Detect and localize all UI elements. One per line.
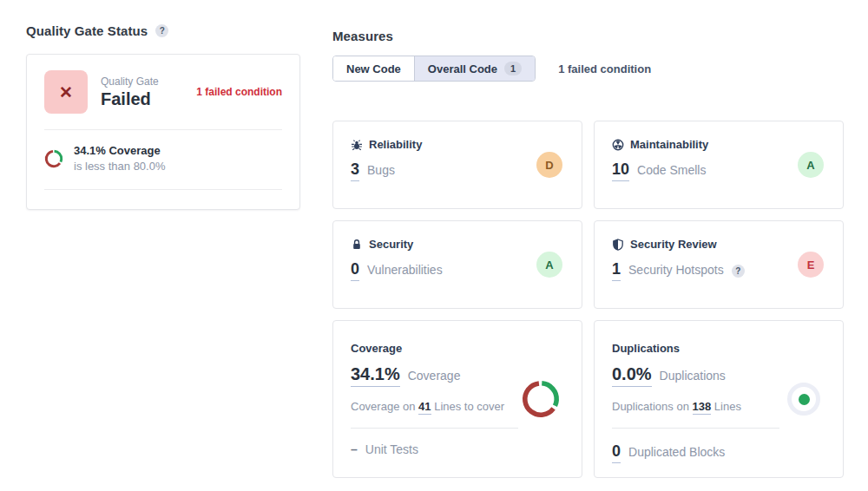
vulnerabilities-count-link[interactable]: 0 bbox=[351, 260, 359, 281]
failed-condition-count: 1 failed condition bbox=[196, 86, 282, 98]
coverage-label: Coverage bbox=[408, 369, 461, 383]
overall-code-count-badge: 1 bbox=[504, 62, 522, 75]
maintainability-rating-badge[interactable]: A bbox=[798, 152, 824, 178]
duplications-title: Duplications bbox=[612, 342, 680, 355]
reliability-title: Reliability bbox=[369, 138, 422, 151]
coverage-detail-prefix: Coverage on bbox=[351, 400, 415, 413]
lines-to-cover-link[interactable]: 41 bbox=[418, 400, 431, 415]
code-smells-count-link[interactable]: 10 bbox=[612, 160, 629, 181]
quality-gate-label: Quality Gate bbox=[101, 75, 159, 88]
duplication-lines-link[interactable]: 138 bbox=[693, 400, 712, 415]
quality-gate-status-value: Failed bbox=[101, 89, 159, 109]
coverage-percent-link[interactable]: 34.1% bbox=[351, 364, 400, 387]
measures-grid: Reliability 3 Bugs D bbox=[332, 121, 845, 478]
security-card: Security 0 Vulnerabilities A bbox=[332, 220, 582, 309]
duplications-label: Duplications bbox=[660, 369, 726, 383]
divider bbox=[44, 129, 282, 130]
duplications-detail-suffix: Lines bbox=[714, 400, 741, 413]
reliability-card: Reliability 3 Bugs D bbox=[332, 121, 582, 209]
bugs-label: Bugs bbox=[367, 163, 395, 177]
code-scope-tabs: New Code Overall Code 1 bbox=[332, 56, 536, 82]
failed-x-icon: ✕ bbox=[44, 70, 88, 114]
measures-panel: Measures New Code Overall Code 1 1 faile… bbox=[332, 29, 845, 478]
duplicated-blocks-count-link[interactable]: 0 bbox=[612, 442, 621, 463]
bugs-count-link[interactable]: 3 bbox=[351, 160, 359, 181]
divider bbox=[44, 189, 282, 190]
divider bbox=[351, 428, 518, 429]
divider bbox=[612, 428, 779, 429]
duplicated-blocks-label: Duplicated Blocks bbox=[628, 445, 725, 459]
security-title: Security bbox=[369, 238, 413, 251]
tab-overall-code[interactable]: Overall Code 1 bbox=[414, 56, 535, 81]
quality-gate-panel: Quality Gate Status ? ✕ Quality Gate Fai… bbox=[26, 23, 300, 210]
lock-icon bbox=[351, 239, 363, 251]
coverage-title: Coverage bbox=[351, 342, 402, 355]
reliability-rating-badge[interactable]: D bbox=[536, 152, 562, 178]
quality-gate-dashboard: Quality Gate Status ? ✕ Quality Gate Fai… bbox=[0, 0, 868, 491]
duplications-detail-prefix: Duplications on bbox=[612, 400, 689, 413]
unit-tests-empty-dash: – bbox=[351, 442, 358, 456]
vulnerabilities-label: Vulnerabilities bbox=[367, 263, 443, 277]
coverage-card: Coverage 34.1% Coverage Coverage on 41 L… bbox=[332, 320, 582, 478]
bug-icon bbox=[351, 139, 363, 151]
security-hotspots-count-link[interactable]: 1 bbox=[612, 260, 621, 281]
duplications-card: Duplications 0.0% Duplications Duplicati… bbox=[594, 320, 844, 478]
quality-gate-status-title: Quality Gate Status bbox=[26, 23, 148, 38]
failed-condition-row[interactable]: 34.1% Coverage is less than 80.0% bbox=[27, 143, 299, 173]
maintainability-title: Maintainability bbox=[630, 138, 708, 151]
help-icon[interactable]: ? bbox=[732, 265, 745, 278]
duplications-dot-icon bbox=[787, 383, 820, 416]
coverage-ring-icon bbox=[44, 149, 63, 168]
security-review-title: Security Review bbox=[630, 238, 717, 251]
security-review-card: Security Review 1 Security Hotspots ? E bbox=[594, 220, 844, 309]
tab-overall-code-label: Overall Code bbox=[428, 62, 497, 75]
security-hotspots-label: Security Hotspots bbox=[628, 263, 724, 277]
coverage-donut-icon bbox=[521, 379, 561, 419]
duplications-percent-link[interactable]: 0.0% bbox=[612, 364, 652, 387]
unit-tests-label: Unit Tests bbox=[365, 442, 418, 456]
help-icon[interactable]: ? bbox=[155, 24, 168, 37]
security-review-rating-badge[interactable]: E bbox=[798, 252, 824, 278]
code-smell-icon bbox=[612, 139, 624, 151]
maintainability-card: Maintainability 10 Code Smells A bbox=[594, 121, 844, 209]
shield-icon bbox=[612, 239, 624, 251]
condition-requirement: is less than 80.0% bbox=[74, 159, 166, 174]
coverage-detail-suffix: Lines to cover bbox=[434, 400, 504, 413]
failed-condition-note: 1 failed condition bbox=[558, 62, 651, 75]
measures-title: Measures bbox=[332, 29, 845, 43]
code-smells-label: Code Smells bbox=[637, 163, 706, 177]
quality-gate-card: ✕ Quality Gate Failed 1 failed condition… bbox=[26, 54, 300, 210]
condition-metric: 34.1% Coverage bbox=[74, 143, 166, 159]
tab-new-code[interactable]: New Code bbox=[333, 56, 414, 81]
security-rating-badge[interactable]: A bbox=[536, 252, 562, 278]
